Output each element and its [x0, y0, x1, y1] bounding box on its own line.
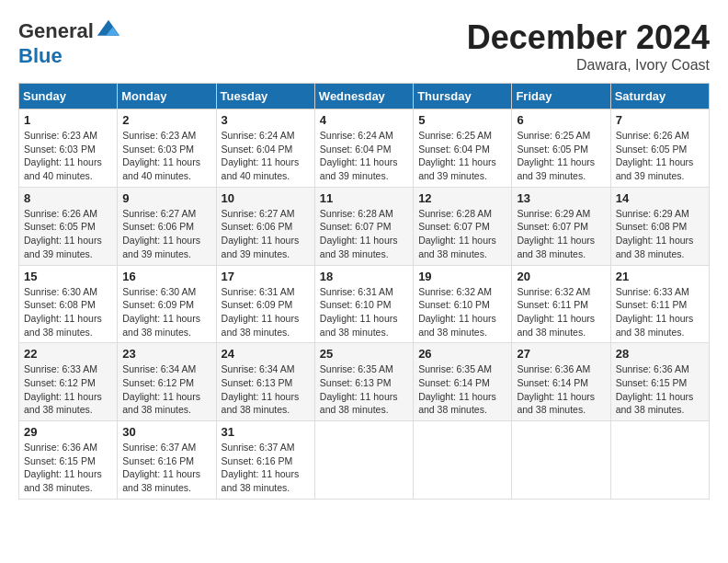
day-number: 13: [517, 191, 605, 205]
calendar-day-cell: 3 Sunrise: 6:24 AM Sunset: 6:04 PM Dayli…: [216, 109, 314, 188]
day-number: 7: [616, 113, 704, 127]
day-number: 14: [616, 191, 704, 205]
location: Dawara, Ivory Coast: [467, 57, 710, 74]
calendar-header-row: SundayMondayTuesdayWednesdayThursdayFrid…: [19, 84, 710, 109]
calendar-day-cell: 4 Sunrise: 6:24 AM Sunset: 6:04 PM Dayli…: [314, 109, 413, 188]
day-number: 12: [418, 191, 506, 205]
logo-general-text: General: [18, 19, 94, 43]
calendar-day-cell: 15 Sunrise: 6:30 AM Sunset: 6:08 PM Dayl…: [19, 265, 118, 343]
calendar-day-cell: 28 Sunrise: 6:36 AM Sunset: 6:15 PM Dayl…: [610, 343, 709, 421]
logo-blue-text: Blue: [18, 44, 63, 67]
calendar-day-cell: 10 Sunrise: 6:27 AM Sunset: 6:06 PM Dayl…: [216, 187, 314, 265]
calendar-day-cell: 27 Sunrise: 6:36 AM Sunset: 6:14 PM Dayl…: [512, 343, 610, 421]
day-info: Sunrise: 6:36 AM Sunset: 6:15 PM Dayligh…: [616, 362, 704, 417]
logo-icon: [96, 18, 121, 44]
calendar-day-cell: 17 Sunrise: 6:31 AM Sunset: 6:09 PM Dayl…: [216, 265, 314, 343]
day-info: Sunrise: 6:37 AM Sunset: 6:16 PM Dayligh…: [122, 441, 210, 495]
day-number: 23: [122, 347, 210, 361]
calendar-day-cell: [512, 421, 610, 500]
day-info: Sunrise: 6:29 AM Sunset: 6:07 PM Dayligh…: [517, 207, 605, 261]
day-of-week-header: Monday: [118, 84, 216, 109]
day-info: Sunrise: 6:32 AM Sunset: 6:11 PM Dayligh…: [517, 285, 605, 339]
calendar-day-cell: 7 Sunrise: 6:26 AM Sunset: 6:05 PM Dayli…: [610, 109, 709, 188]
month-title: December 2024: [467, 18, 710, 57]
calendar-day-cell: 19 Sunrise: 6:32 AM Sunset: 6:10 PM Dayl…: [414, 265, 512, 343]
day-info: Sunrise: 6:34 AM Sunset: 6:13 PM Dayligh…: [222, 362, 310, 417]
calendar-day-cell: 8 Sunrise: 6:26 AM Sunset: 6:05 PM Dayli…: [19, 187, 118, 265]
day-number: 9: [122, 191, 210, 205]
day-number: 31: [222, 425, 310, 439]
day-info: Sunrise: 6:25 AM Sunset: 6:04 PM Dayligh…: [418, 129, 506, 183]
day-info: Sunrise: 6:33 AM Sunset: 6:12 PM Dayligh…: [24, 362, 112, 417]
day-info: Sunrise: 6:29 AM Sunset: 6:08 PM Dayligh…: [616, 207, 704, 261]
day-number: 27: [517, 347, 605, 361]
calendar-day-cell: [610, 421, 709, 500]
day-number: 19: [418, 270, 506, 283]
calendar-day-cell: 11 Sunrise: 6:28 AM Sunset: 6:07 PM Dayl…: [314, 187, 413, 265]
calendar-day-cell: 12 Sunrise: 6:28 AM Sunset: 6:07 PM Dayl…: [414, 187, 512, 265]
calendar-day-cell: 29 Sunrise: 6:36 AM Sunset: 6:15 PM Dayl…: [19, 421, 118, 500]
day-info: Sunrise: 6:25 AM Sunset: 6:05 PM Dayligh…: [517, 129, 605, 183]
calendar-day-cell: 21 Sunrise: 6:33 AM Sunset: 6:11 PM Dayl…: [610, 265, 709, 343]
day-number: 20: [517, 270, 605, 283]
day-number: 16: [122, 270, 210, 283]
day-of-week-header: Wednesday: [314, 84, 413, 109]
day-info: Sunrise: 6:26 AM Sunset: 6:05 PM Dayligh…: [24, 207, 112, 261]
day-number: 28: [616, 347, 704, 361]
page-header: General Blue December 2024 Dawara, Ivory…: [18, 18, 710, 74]
day-info: Sunrise: 6:33 AM Sunset: 6:11 PM Dayligh…: [616, 285, 704, 339]
day-info: Sunrise: 6:31 AM Sunset: 6:09 PM Dayligh…: [222, 285, 310, 339]
calendar-day-cell: 18 Sunrise: 6:31 AM Sunset: 6:10 PM Dayl…: [314, 265, 413, 343]
day-info: Sunrise: 6:23 AM Sunset: 6:03 PM Dayligh…: [24, 129, 112, 183]
day-number: 5: [418, 113, 506, 127]
day-number: 4: [320, 113, 408, 127]
calendar-day-cell: 24 Sunrise: 6:34 AM Sunset: 6:13 PM Dayl…: [216, 343, 314, 421]
calendar-week-row: 29 Sunrise: 6:36 AM Sunset: 6:15 PM Dayl…: [19, 421, 710, 500]
calendar-day-cell: 5 Sunrise: 6:25 AM Sunset: 6:04 PM Dayli…: [414, 109, 512, 188]
day-number: 18: [320, 270, 408, 283]
day-of-week-header: Tuesday: [216, 84, 314, 109]
day-number: 17: [222, 270, 310, 283]
day-of-week-header: Friday: [512, 84, 610, 109]
calendar-day-cell: 22 Sunrise: 6:33 AM Sunset: 6:12 PM Dayl…: [19, 343, 118, 421]
calendar-table: SundayMondayTuesdayWednesdayThursdayFrid…: [18, 83, 710, 500]
calendar-week-row: 22 Sunrise: 6:33 AM Sunset: 6:12 PM Dayl…: [19, 343, 710, 421]
calendar-day-cell: 1 Sunrise: 6:23 AM Sunset: 6:03 PM Dayli…: [19, 109, 118, 188]
calendar-day-cell: [414, 421, 512, 500]
calendar-day-cell: 20 Sunrise: 6:32 AM Sunset: 6:11 PM Dayl…: [512, 265, 610, 343]
day-of-week-header: Thursday: [414, 84, 512, 109]
day-info: Sunrise: 6:28 AM Sunset: 6:07 PM Dayligh…: [418, 207, 506, 261]
calendar-day-cell: 2 Sunrise: 6:23 AM Sunset: 6:03 PM Dayli…: [118, 109, 216, 188]
day-info: Sunrise: 6:24 AM Sunset: 6:04 PM Dayligh…: [222, 129, 310, 183]
day-number: 8: [24, 191, 112, 205]
calendar-day-cell: 23 Sunrise: 6:34 AM Sunset: 6:12 PM Dayl…: [118, 343, 216, 421]
day-info: Sunrise: 6:32 AM Sunset: 6:10 PM Dayligh…: [418, 285, 506, 339]
day-info: Sunrise: 6:34 AM Sunset: 6:12 PM Dayligh…: [122, 362, 210, 417]
day-number: 26: [418, 347, 506, 361]
calendar-day-cell: 13 Sunrise: 6:29 AM Sunset: 6:07 PM Dayl…: [512, 187, 610, 265]
day-info: Sunrise: 6:28 AM Sunset: 6:07 PM Dayligh…: [320, 207, 408, 261]
day-number: 29: [24, 425, 112, 439]
day-number: 25: [320, 347, 408, 361]
day-info: Sunrise: 6:23 AM Sunset: 6:03 PM Dayligh…: [122, 129, 210, 183]
day-number: 11: [320, 191, 408, 205]
title-area: December 2024 Dawara, Ivory Coast: [467, 18, 710, 74]
day-number: 15: [24, 270, 112, 283]
calendar-week-row: 8 Sunrise: 6:26 AM Sunset: 6:05 PM Dayli…: [19, 187, 710, 265]
day-number: 3: [222, 113, 310, 127]
calendar-week-row: 1 Sunrise: 6:23 AM Sunset: 6:03 PM Dayli…: [19, 109, 710, 188]
calendar-day-cell: 6 Sunrise: 6:25 AM Sunset: 6:05 PM Dayli…: [512, 109, 610, 188]
calendar-day-cell: 14 Sunrise: 6:29 AM Sunset: 6:08 PM Dayl…: [610, 187, 709, 265]
day-info: Sunrise: 6:27 AM Sunset: 6:06 PM Dayligh…: [122, 207, 210, 261]
day-info: Sunrise: 6:27 AM Sunset: 6:06 PM Dayligh…: [222, 207, 310, 261]
calendar-day-cell: 30 Sunrise: 6:37 AM Sunset: 6:16 PM Dayl…: [118, 421, 216, 500]
day-number: 21: [616, 270, 704, 283]
day-info: Sunrise: 6:30 AM Sunset: 6:08 PM Dayligh…: [24, 285, 112, 339]
calendar-day-cell: 26 Sunrise: 6:35 AM Sunset: 6:14 PM Dayl…: [414, 343, 512, 421]
day-info: Sunrise: 6:30 AM Sunset: 6:09 PM Dayligh…: [122, 285, 210, 339]
logo: General Blue: [18, 18, 121, 68]
day-of-week-header: Saturday: [610, 84, 709, 109]
day-info: Sunrise: 6:36 AM Sunset: 6:14 PM Dayligh…: [517, 362, 605, 417]
day-number: 22: [24, 347, 112, 361]
calendar-day-cell: 31 Sunrise: 6:37 AM Sunset: 6:16 PM Dayl…: [216, 421, 314, 500]
